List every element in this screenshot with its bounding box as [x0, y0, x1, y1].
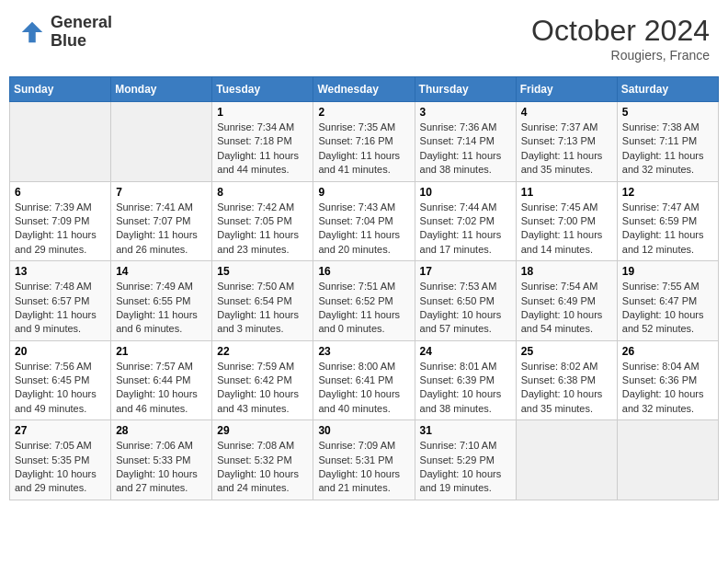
- calendar-cell: 28Sunrise: 7:06 AM Sunset: 5:33 PM Dayli…: [111, 420, 212, 500]
- day-info: Sunrise: 7:54 AM Sunset: 6:49 PM Dayligh…: [521, 280, 612, 337]
- calendar-cell: 17Sunrise: 7:53 AM Sunset: 6:50 PM Dayli…: [415, 261, 516, 341]
- calendar-cell: 31Sunrise: 7:10 AM Sunset: 5:29 PM Dayli…: [415, 420, 516, 500]
- day-info: Sunrise: 7:43 AM Sunset: 7:04 PM Dayligh…: [318, 201, 409, 258]
- day-number: 13: [15, 265, 106, 278]
- day-number: 27: [15, 424, 106, 437]
- day-info: Sunrise: 8:00 AM Sunset: 6:41 PM Dayligh…: [318, 360, 409, 417]
- day-info: Sunrise: 8:02 AM Sunset: 6:38 PM Dayligh…: [521, 360, 612, 417]
- day-number: 26: [622, 345, 713, 358]
- calendar-week-3: 20Sunrise: 7:56 AM Sunset: 6:45 PM Dayli…: [10, 340, 719, 420]
- day-info: Sunrise: 7:48 AM Sunset: 6:57 PM Dayligh…: [15, 280, 106, 337]
- day-info: Sunrise: 7:10 AM Sunset: 5:29 PM Dayligh…: [420, 439, 511, 496]
- weekday-tuesday: Tuesday: [212, 77, 313, 102]
- day-number: 30: [318, 424, 409, 437]
- calendar-cell: 22Sunrise: 7:59 AM Sunset: 6:42 PM Dayli…: [212, 340, 313, 420]
- day-number: 7: [116, 186, 207, 199]
- day-info: Sunrise: 7:34 AM Sunset: 7:18 PM Dayligh…: [217, 121, 308, 178]
- day-info: Sunrise: 7:42 AM Sunset: 7:05 PM Dayligh…: [217, 201, 308, 258]
- calendar-cell: 1Sunrise: 7:34 AM Sunset: 7:18 PM Daylig…: [212, 102, 313, 182]
- day-number: 28: [116, 424, 207, 437]
- calendar-cell: 6Sunrise: 7:39 AM Sunset: 7:09 PM Daylig…: [10, 181, 111, 261]
- calendar-cell: 8Sunrise: 7:42 AM Sunset: 7:05 PM Daylig…: [212, 181, 313, 261]
- day-number: 22: [217, 345, 308, 358]
- title-block: October 2024 Rougiers, France: [531, 14, 710, 63]
- calendar-cell: 14Sunrise: 7:49 AM Sunset: 6:55 PM Dayli…: [111, 261, 212, 341]
- calendar-cell: 12Sunrise: 7:47 AM Sunset: 6:59 PM Dayli…: [617, 181, 718, 261]
- calendar-cell: 30Sunrise: 7:09 AM Sunset: 5:31 PM Dayli…: [313, 420, 415, 500]
- calendar-cell: 29Sunrise: 7:08 AM Sunset: 5:32 PM Dayli…: [212, 420, 313, 500]
- calendar-body: 1Sunrise: 7:34 AM Sunset: 7:18 PM Daylig…: [10, 102, 719, 500]
- calendar-header: Sunday Monday Tuesday Wednesday Thursday…: [10, 77, 719, 102]
- calendar-cell: [617, 420, 718, 500]
- day-info: Sunrise: 7:37 AM Sunset: 7:13 PM Dayligh…: [521, 121, 612, 178]
- calendar-cell: 11Sunrise: 7:45 AM Sunset: 7:00 PM Dayli…: [516, 181, 617, 261]
- day-number: 10: [420, 186, 511, 199]
- day-info: Sunrise: 7:49 AM Sunset: 6:55 PM Dayligh…: [116, 280, 207, 337]
- calendar-cell: 24Sunrise: 8:01 AM Sunset: 6:39 PM Dayli…: [415, 340, 516, 420]
- calendar-cell: [516, 420, 617, 500]
- day-number: 24: [420, 345, 511, 358]
- day-number: 21: [116, 345, 207, 358]
- day-number: 2: [318, 106, 409, 119]
- day-number: 5: [622, 106, 713, 119]
- weekday-monday: Monday: [111, 77, 212, 102]
- logo-text: General Blue: [51, 14, 112, 51]
- day-number: 18: [521, 265, 612, 278]
- logo-icon: [18, 18, 46, 46]
- day-number: 16: [318, 265, 409, 278]
- day-info: Sunrise: 7:44 AM Sunset: 7:02 PM Dayligh…: [420, 201, 511, 258]
- day-info: Sunrise: 7:06 AM Sunset: 5:33 PM Dayligh…: [116, 439, 207, 496]
- calendar-cell: 20Sunrise: 7:56 AM Sunset: 6:45 PM Dayli…: [10, 340, 111, 420]
- day-number: 29: [217, 424, 308, 437]
- calendar-cell: 18Sunrise: 7:54 AM Sunset: 6:49 PM Dayli…: [516, 261, 617, 341]
- page-header: General Blue October 2024 Rougiers, Fran…: [9, 9, 719, 67]
- calendar-table: Sunday Monday Tuesday Wednesday Thursday…: [9, 76, 719, 500]
- month-title: October 2024: [531, 14, 710, 48]
- logo-line1: General: [51, 14, 112, 32]
- calendar-week-4: 27Sunrise: 7:05 AM Sunset: 5:35 PM Dayli…: [10, 420, 719, 500]
- calendar-cell: 10Sunrise: 7:44 AM Sunset: 7:02 PM Dayli…: [415, 181, 516, 261]
- weekday-sunday: Sunday: [10, 77, 111, 102]
- day-number: 15: [217, 265, 308, 278]
- weekday-thursday: Thursday: [415, 77, 516, 102]
- day-number: 1: [217, 106, 308, 119]
- day-info: Sunrise: 7:05 AM Sunset: 5:35 PM Dayligh…: [15, 439, 106, 496]
- day-info: Sunrise: 7:53 AM Sunset: 6:50 PM Dayligh…: [420, 280, 511, 337]
- day-number: 31: [420, 424, 511, 437]
- day-info: Sunrise: 7:51 AM Sunset: 6:52 PM Dayligh…: [318, 280, 409, 337]
- day-info: Sunrise: 7:55 AM Sunset: 6:47 PM Dayligh…: [622, 280, 713, 337]
- day-info: Sunrise: 7:35 AM Sunset: 7:16 PM Dayligh…: [318, 121, 409, 178]
- calendar-cell: 25Sunrise: 8:02 AM Sunset: 6:38 PM Dayli…: [516, 340, 617, 420]
- location-title: Rougiers, France: [531, 48, 710, 63]
- day-info: Sunrise: 7:09 AM Sunset: 5:31 PM Dayligh…: [318, 439, 409, 496]
- weekday-wednesday: Wednesday: [313, 77, 415, 102]
- calendar-cell: 3Sunrise: 7:36 AM Sunset: 7:14 PM Daylig…: [415, 102, 516, 182]
- day-number: 17: [420, 265, 511, 278]
- calendar-cell: 21Sunrise: 7:57 AM Sunset: 6:44 PM Dayli…: [111, 340, 212, 420]
- day-info: Sunrise: 7:45 AM Sunset: 7:00 PM Dayligh…: [521, 201, 612, 258]
- day-number: 9: [318, 186, 409, 199]
- day-info: Sunrise: 7:59 AM Sunset: 6:42 PM Dayligh…: [217, 360, 308, 417]
- day-number: 19: [622, 265, 713, 278]
- day-number: 6: [15, 186, 106, 199]
- day-info: Sunrise: 7:08 AM Sunset: 5:32 PM Dayligh…: [217, 439, 308, 496]
- day-info: Sunrise: 7:50 AM Sunset: 6:54 PM Dayligh…: [217, 280, 308, 337]
- logo: General Blue: [18, 14, 112, 51]
- calendar-cell: 5Sunrise: 7:38 AM Sunset: 7:11 PM Daylig…: [617, 102, 718, 182]
- day-number: 4: [521, 106, 612, 119]
- calendar-cell: 26Sunrise: 8:04 AM Sunset: 6:36 PM Dayli…: [617, 340, 718, 420]
- weekday-row: Sunday Monday Tuesday Wednesday Thursday…: [10, 77, 719, 102]
- day-info: Sunrise: 7:57 AM Sunset: 6:44 PM Dayligh…: [116, 360, 207, 417]
- weekday-saturday: Saturday: [617, 77, 718, 102]
- day-info: Sunrise: 8:04 AM Sunset: 6:36 PM Dayligh…: [622, 360, 713, 417]
- day-number: 25: [521, 345, 612, 358]
- day-number: 23: [318, 345, 409, 358]
- calendar-cell: [111, 102, 212, 182]
- day-number: 12: [622, 186, 713, 199]
- day-number: 11: [521, 186, 612, 199]
- calendar-week-2: 13Sunrise: 7:48 AM Sunset: 6:57 PM Dayli…: [10, 261, 719, 341]
- day-info: Sunrise: 7:47 AM Sunset: 6:59 PM Dayligh…: [622, 201, 713, 258]
- calendar-cell: 13Sunrise: 7:48 AM Sunset: 6:57 PM Dayli…: [10, 261, 111, 341]
- calendar-cell: 4Sunrise: 7:37 AM Sunset: 7:13 PM Daylig…: [516, 102, 617, 182]
- calendar-cell: 23Sunrise: 8:00 AM Sunset: 6:41 PM Dayli…: [313, 340, 415, 420]
